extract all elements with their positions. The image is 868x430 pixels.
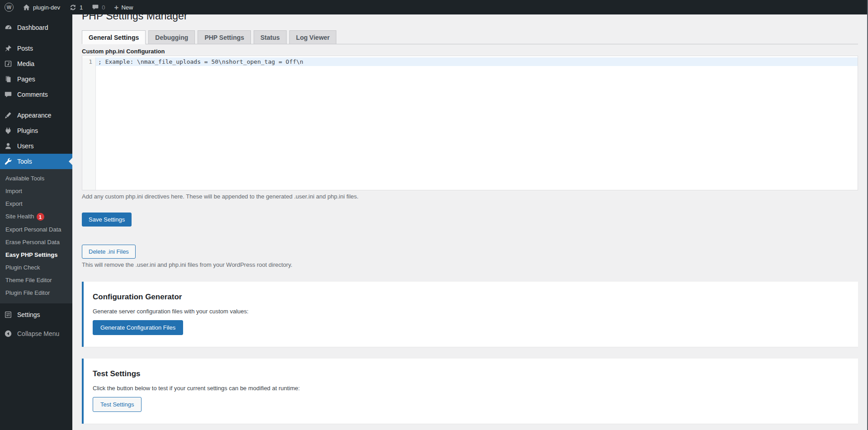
card-description: Click the button below to test if your c…	[93, 385, 849, 392]
wrench-icon	[4, 157, 13, 166]
sidebar-item-comments[interactable]: Comments	[0, 87, 72, 102]
card-title: Configuration Generator	[93, 293, 849, 302]
wp-logo-menu[interactable]: W	[0, 0, 18, 14]
sidebar-item-label: Dashboard	[17, 24, 48, 31]
user-icon	[4, 142, 13, 151]
sidebar-item-label: Pages	[17, 76, 35, 83]
sidebar-item-plugins[interactable]: Plugins	[0, 123, 72, 138]
new-content-menu[interactable]: + New	[109, 0, 137, 14]
pages-icon	[4, 75, 13, 84]
collapse-menu-label: Collapse Menu	[17, 330, 59, 337]
sidebar-item-label: Users	[17, 142, 34, 150]
sidebar-item-posts[interactable]: Posts	[0, 41, 72, 56]
sidebar-item-label: Tools	[17, 158, 32, 165]
sidebar-item-media[interactable]: Media	[0, 56, 72, 71]
submenu-item-plugin-check[interactable]: Plugin Check	[0, 261, 72, 274]
admin-bar: W plugin-dev 1 0 + New	[0, 0, 868, 14]
comment-count: 0	[102, 4, 105, 11]
tab-debugging[interactable]: Debugging	[148, 30, 195, 44]
sidebar-item-label: Posts	[17, 45, 33, 52]
tab-log-viewer[interactable]: Log Viewer	[289, 30, 336, 44]
site-name-menu[interactable]: plugin-dev	[18, 0, 65, 14]
submenu-item-site-health[interactable]: Site Health1	[0, 210, 72, 223]
php-ini-code-editor[interactable]: 1 ; Example: \nmax_file_uploads = 50\nsh…	[82, 56, 858, 190]
home-icon	[23, 4, 30, 11]
delete-ini-files-button[interactable]: Delete .ini Files	[82, 245, 136, 259]
submenu-item-import[interactable]: Import	[0, 185, 72, 198]
update-count: 1	[80, 4, 83, 11]
settings-sliders-icon	[4, 310, 13, 319]
editor-line-1: ; Example: \nmax_file_uploads = 50\nshor…	[96, 57, 858, 66]
editor-label: Custom php.ini Configuration	[82, 48, 858, 55]
submenu-item-erase-personal-data[interactable]: Erase Personal Data	[0, 236, 72, 249]
tab-bar: General Settings Debugging PHP Settings …	[82, 30, 858, 44]
submenu-item-label: Site Health	[5, 213, 34, 220]
pushpin-icon	[4, 44, 13, 53]
brush-icon	[4, 111, 13, 120]
submenu-item-export[interactable]: Export	[0, 198, 72, 210]
sidebar-item-tools[interactable]: Tools	[0, 154, 72, 169]
card-description: Generate server configuration files with…	[93, 308, 849, 315]
sidebar-item-pages[interactable]: Pages	[0, 71, 72, 87]
editor-gutter: 1	[82, 57, 96, 190]
admin-sidebar: Dashboard Posts Media Pages Comments App…	[0, 14, 72, 430]
submenu-item-plugin-file-editor[interactable]: Plugin File Editor	[0, 287, 72, 299]
tab-status[interactable]: Status	[254, 30, 287, 44]
sidebar-item-settings[interactable]: Settings	[0, 307, 72, 322]
configuration-generator-card: Configuration Generator Generate server …	[82, 282, 858, 347]
tools-submenu: Available Tools Import Export Site Healt…	[0, 169, 72, 303]
updates-menu[interactable]: 1	[65, 0, 87, 14]
editor-help-text: Add any custom php.ini directives here. …	[82, 193, 858, 200]
collapse-arrow-icon	[4, 329, 13, 338]
site-name-label: plugin-dev	[33, 4, 60, 11]
sidebar-item-label: Settings	[17, 311, 40, 318]
comments-menu[interactable]: 0	[87, 0, 109, 14]
main-content: PHP Settings Manager General Settings De…	[72, 0, 868, 424]
submenu-item-theme-file-editor[interactable]: Theme File Editor	[0, 274, 72, 287]
sidebar-item-label: Media	[17, 60, 34, 67]
comment-bubble-icon	[92, 4, 99, 11]
plugin-icon	[4, 126, 13, 135]
line-number: 1	[82, 57, 92, 66]
media-icon	[4, 59, 13, 68]
site-health-badge: 1	[37, 213, 44, 221]
sidebar-item-dashboard[interactable]: Dashboard	[0, 20, 72, 35]
submenu-item-export-personal-data[interactable]: Export Personal Data	[0, 223, 72, 236]
sidebar-item-label: Appearance	[17, 112, 52, 119]
delete-help-text: This will remove the .user.ini and php.i…	[82, 261, 858, 268]
current-menu-arrow	[65, 158, 72, 165]
tab-general-settings[interactable]: General Settings	[82, 30, 146, 44]
submenu-item-available-tools[interactable]: Available Tools	[0, 172, 72, 185]
generate-configuration-files-button[interactable]: Generate Configuration Files	[93, 320, 183, 335]
sidebar-item-appearance[interactable]: Appearance	[0, 108, 72, 123]
new-label: New	[121, 4, 133, 11]
comments-icon	[4, 90, 13, 99]
save-settings-button[interactable]: Save Settings	[82, 213, 132, 227]
plus-icon: +	[114, 4, 118, 11]
menu-separator	[0, 102, 72, 108]
wordpress-logo-icon: W	[5, 3, 14, 12]
tab-php-settings[interactable]: PHP Settings	[198, 30, 251, 44]
editor-code-area[interactable]: ; Example: \nmax_file_uploads = 50\nshor…	[96, 57, 858, 190]
test-settings-button[interactable]: Test Settings	[93, 397, 142, 412]
sidebar-item-users[interactable]: Users	[0, 138, 72, 154]
card-title: Test Settings	[93, 369, 849, 378]
menu-separator	[0, 35, 72, 41]
collapse-menu-button[interactable]: Collapse Menu	[0, 326, 72, 341]
sidebar-item-label: Comments	[17, 91, 48, 98]
test-settings-card: Test Settings Click the button below to …	[82, 359, 858, 424]
sidebar-item-label: Plugins	[17, 127, 38, 134]
dashboard-icon	[4, 23, 13, 32]
submenu-item-easy-php-settings[interactable]: Easy PHP Settings	[0, 249, 72, 261]
update-icon	[69, 4, 77, 11]
